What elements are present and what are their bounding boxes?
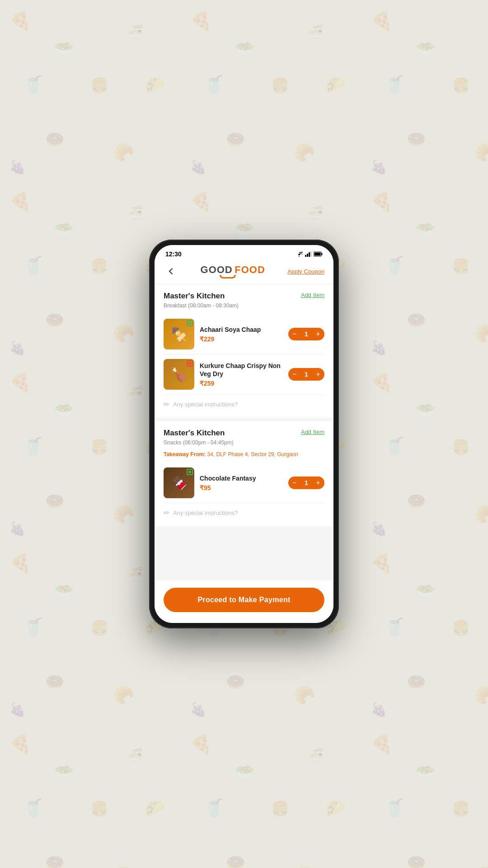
special-instructions-1[interactable]: ✏ Any special instructions? [164,395,324,410]
svg-point-0 [299,256,300,257]
item-image-2: 🍗 [164,359,194,390]
back-button[interactable] [164,264,178,278]
signal-icon [305,251,311,257]
logo-food-text: FOOD [235,264,265,275]
increase-qty-2[interactable]: + [312,368,324,381]
cart-scroll-content: Master's Kitchen Add Item Breakfast (08:… [155,284,333,580]
item-name-2: Kurkure Chaap Crispy Non Veg Dry [200,362,283,378]
status-time: 12:30 [165,250,182,258]
svg-rect-2 [307,254,308,257]
status-bar: 12:30 [155,245,333,260]
veg-indicator-2 [187,360,193,367]
quantity-control-2: − 1 + [288,368,324,381]
quantity-control-1: − 1 + [288,328,324,340]
item-name-1: Achaari Soya Chaap [200,326,283,334]
svg-rect-6 [322,253,323,255]
qty-value-2: 1 [301,371,312,378]
item-image-3: 🍫 [164,467,194,498]
proceed-payment-button[interactable]: Proceed to Make Payment [164,588,324,612]
status-icons [296,251,323,257]
takeaway-info: Takeaway From: 34, DLF Phase 4, Sector 2… [164,451,324,458]
pencil-icon-1: ✏ [164,400,169,409]
instructions-text-2: Any special instructions? [173,509,238,516]
battery-icon [314,251,323,257]
wifi-icon [296,251,303,257]
qty-value-1: 1 [301,330,312,338]
phone-frame: 12:30 [149,240,339,628]
item-price-1: ₹229 [200,335,283,343]
meal-time-2: Snacks (06:00pm - 04:45pm) [164,439,324,446]
item-price-3: ₹95 [200,484,283,491]
decrease-qty-1[interactable]: − [288,328,301,340]
bottom-bar: Proceed to Make Payment [155,580,333,623]
svg-rect-3 [309,252,310,257]
takeaway-address: 34, DLF Phase 4, Sector 29, Gurgaon [207,451,298,458]
add-item-button-1[interactable]: Add Item [301,292,324,298]
item-name-3: Chocolate Fantasy [200,474,283,482]
section-2-header: Master's Kitchen Add Item [164,429,324,438]
item-details-1: Achaari Soya Chaap ₹229 [200,326,283,343]
section-1-header: Master's Kitchen Add Item [164,292,324,301]
veg-indicator-3 [187,469,193,475]
restaurant-name-2: Master's Kitchen [164,429,225,438]
item-price-2: ₹259 [200,380,283,387]
increase-qty-3[interactable]: + [312,476,324,489]
cart-item-3: 🍫 Chocolate Fantasy ₹95 − 1 + [164,463,324,503]
item-details-3: Chocolate Fantasy ₹95 [200,474,283,491]
phone-screen: 12:30 [155,245,333,623]
qty-value-3: 1 [301,479,312,486]
logo-good-text: GOOD [201,264,233,275]
increase-qty-1[interactable]: + [312,328,324,340]
decrease-qty-3[interactable]: − [288,476,301,489]
veg-indicator-1 [187,320,193,326]
svg-rect-7 [314,253,321,256]
decrease-qty-2[interactable]: − [288,368,301,381]
meal-time-1: Breakfast (08:00am - 08:30am) [164,302,324,309]
svg-rect-1 [305,255,306,257]
quantity-control-3: − 1 + [288,476,324,489]
veg-dot-1 [188,322,191,325]
cart-section-2: Master's Kitchen Add Item Snacks (06:00p… [155,421,333,526]
cart-item-1: 🍢 Achaari Soya Chaap ₹229 − 1 + [164,314,324,354]
item-details-2: Kurkure Chaap Crispy Non Veg Dry ₹259 [200,362,283,387]
logo-smile [220,275,236,278]
cart-section-1: Master's Kitchen Add Item Breakfast (08:… [155,284,333,418]
back-arrow-icon [166,267,175,276]
apply-coupon-button[interactable]: Apply Coupon [287,268,324,275]
veg-dot-3 [188,471,191,473]
instructions-text-1: Any special instructions? [173,401,238,408]
restaurant-name-1: Master's Kitchen [164,292,225,301]
item-image-1: 🍢 [164,319,194,349]
cart-item-2: 🍗 Kurkure Chaap Crispy Non Veg Dry ₹259 … [164,354,324,395]
app-logo: GOOD FOOD [201,264,265,278]
takeaway-label: Takeaway From: [164,451,207,458]
app-header: GOOD FOOD Apply Coupon [155,260,333,284]
pencil-icon-2: ✏ [164,509,169,517]
bottom-spacer [155,530,333,533]
veg-dot-2 [188,362,191,365]
add-item-button-2[interactable]: Add Item [301,429,324,435]
svg-rect-4 [310,251,311,257]
special-instructions-2[interactable]: ✏ Any special instructions? [164,503,324,519]
